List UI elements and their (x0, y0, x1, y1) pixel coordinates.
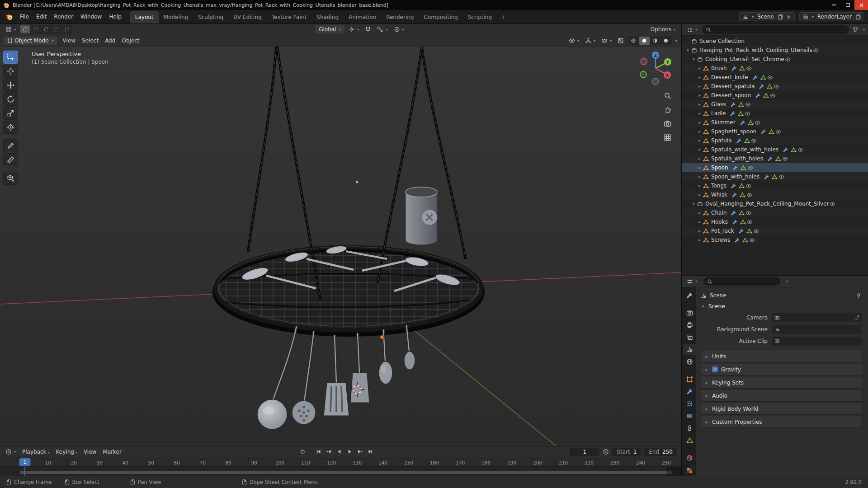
expand-arrow-icon[interactable]: ▸ (697, 120, 703, 125)
workspace-tab-texture-paint[interactable]: Texture Paint (267, 11, 311, 23)
hide-in-viewport-eye-icon[interactable] (746, 66, 752, 71)
expand-arrow-icon[interactable]: ▸ (697, 211, 703, 215)
tool-add-cube-button[interactable] (3, 172, 18, 185)
timeline-menu-view[interactable]: View (80, 448, 99, 456)
select-mode-subtract-button[interactable] (41, 25, 51, 33)
menu-file[interactable]: File (16, 12, 33, 21)
viewport-menu-add[interactable]: Add (102, 37, 118, 45)
outliner-row-spoon-with-holes[interactable]: ▸Spoon_with_holes (682, 172, 868, 181)
properties-tab-output[interactable] (683, 319, 696, 330)
tool-rotate-button[interactable] (3, 93, 18, 106)
select-mode-set-button[interactable] (20, 25, 30, 33)
outliner-row-hanging-pot-rack-with-cooking-utensils[interactable]: ▾Hanging_Pot_Rack_with_Cooking_Utensils (682, 46, 868, 55)
properties-tab-particles[interactable] (683, 399, 696, 409)
timeline-scrollbar[interactable] (20, 471, 672, 474)
tool-measure-button[interactable] (3, 153, 18, 166)
tool-scale-button[interactable] (3, 107, 18, 120)
hide-in-viewport-eye-icon[interactable] (745, 111, 750, 117)
gravity-checkbox[interactable]: ✓ (712, 366, 718, 372)
properties-tab-render[interactable] (683, 307, 696, 318)
camera-view-icon[interactable] (664, 120, 671, 127)
minimize-button[interactable] (827, 0, 841, 10)
expand-arrow-icon[interactable]: ▸ (697, 192, 703, 197)
outliner-row-chain[interactable]: ▸Chain (682, 208, 868, 217)
outliner-row-ladle[interactable]: ▸Ladle (682, 109, 868, 118)
gizmos-dropdown[interactable]: ▾ (583, 37, 597, 45)
expand-arrow-icon[interactable]: ▸ (697, 238, 703, 242)
overlays-dropdown[interactable]: ▾ (599, 37, 613, 45)
outliner-row-glass[interactable]: ▸Glass (682, 100, 868, 109)
jump-to-start-button[interactable] (314, 447, 323, 456)
zoom-icon[interactable] (664, 92, 671, 99)
next-keyframe-button[interactable] (355, 447, 365, 456)
select-mode-extend-button[interactable] (31, 25, 41, 33)
outliner-row-dessert-spatula[interactable]: ▸Dessert_spatula (682, 82, 868, 91)
hide-in-viewport-eye-icon[interactable] (775, 129, 781, 135)
outliner-row-scene-collection[interactable]: Scene Collection (682, 37, 868, 46)
add-workspace-button[interactable]: + (497, 11, 509, 23)
close-button[interactable] (854, 0, 868, 10)
proportional-editing-dropdown[interactable]: ▾ (392, 25, 406, 33)
properties-tab-scene[interactable] (683, 344, 696, 355)
unlink-scene-icon[interactable] (786, 14, 792, 20)
properties-tab-modifiers[interactable] (683, 386, 696, 397)
shading-rendered-button[interactable] (661, 37, 671, 45)
play-button[interactable] (345, 447, 354, 456)
outliner-row-dessert-spoon[interactable]: ▸Dessert_spoon (682, 91, 868, 100)
object-mode-dropdown[interactable]: Object Mode▾ (4, 37, 57, 45)
tool-select-box-button[interactable] (3, 51, 18, 64)
workspace-tab-shading[interactable]: Shading (311, 11, 344, 23)
hide-in-viewport-eye-icon[interactable] (767, 75, 773, 80)
eyedropper-icon[interactable] (854, 315, 859, 320)
hide-in-viewport-eye-icon[interactable] (747, 219, 753, 225)
transform-orientation-dropdown[interactable]: Global▾ (315, 25, 344, 33)
timeline-menu-keying[interactable]: Keying▾ (53, 448, 80, 456)
outliner-row-spatula-wide-with-holes[interactable]: ▸Spatula_wide_with_holes (682, 145, 868, 154)
expand-arrow-icon[interactable]: ▸ (697, 93, 703, 98)
collapse-arrow-icon[interactable]: ▾ (685, 48, 691, 52)
properties-tab-material[interactable] (683, 453, 696, 464)
active-clip-field[interactable] (772, 337, 862, 346)
hide-in-viewport-eye-icon[interactable] (745, 183, 751, 189)
hide-in-viewport-eye-icon[interactable] (749, 237, 755, 243)
filter-dropdown-arrow-icon[interactable]: ▾ (786, 279, 788, 283)
section-rigid-body-world[interactable]: ▸Rigid Body World (701, 403, 862, 414)
collapse-arrow-icon[interactable]: ▾ (691, 202, 697, 206)
properties-tab-physics[interactable] (683, 411, 696, 422)
camera-field[interactable] (772, 313, 862, 322)
shading-solid-button[interactable] (639, 37, 650, 45)
playhead-badge[interactable]: 1 (19, 458, 31, 466)
properties-tab-object-data[interactable] (683, 435, 696, 446)
properties-tab-world[interactable] (683, 356, 696, 367)
outliner-row-spatula[interactable]: ▸Spatula (682, 136, 868, 145)
select-mode-intersect-button[interactable] (62, 25, 72, 33)
playhead-line[interactable] (24, 467, 25, 476)
menu-help[interactable]: Help (105, 12, 125, 21)
section-gravity[interactable]: ▸✓Gravity (701, 364, 862, 375)
hide-in-viewport-eye-icon[interactable] (830, 201, 835, 207)
properties-tab-constraints[interactable] (683, 423, 696, 434)
expand-arrow-icon[interactable]: ▸ (697, 111, 703, 116)
tool-cursor-button[interactable] (3, 65, 18, 78)
maximize-button[interactable] (841, 0, 854, 10)
hide-in-viewport-eye-icon[interactable] (745, 210, 751, 216)
expand-arrow-icon[interactable]: ▸ (697, 165, 703, 170)
options-dropdown[interactable]: Options▾ (649, 25, 677, 33)
expand-arrow-icon[interactable]: ▸ (697, 156, 703, 161)
expand-arrow-icon[interactable]: ▸ (697, 147, 703, 152)
outliner-row-brush[interactable]: ▸Brush (682, 64, 868, 73)
viewport-menu-select[interactable]: Select (79, 37, 102, 45)
hide-in-viewport-eye-icon[interactable] (753, 228, 759, 234)
filter-funnel-icon[interactable] (852, 27, 859, 33)
timeline-menu-playback[interactable]: Playback▾ (19, 448, 53, 456)
scene-panel-header[interactable]: ▾ Scene (701, 301, 862, 312)
outliner-row-screws[interactable]: ▸Screws (682, 235, 868, 244)
hide-in-viewport-eye-icon[interactable] (745, 102, 751, 108)
properties-search-input[interactable] (703, 277, 780, 286)
scene-selector[interactable]: ▾ Scene (739, 12, 795, 21)
jump-to-end-button[interactable] (366, 447, 375, 456)
outliner-row-hooks[interactable]: ▸Hooks (682, 217, 868, 226)
timeline-track-area[interactable] (0, 467, 681, 476)
section-custom-properties[interactable]: ▸Custom Properties (701, 416, 862, 427)
workspace-tab-animation[interactable]: Animation (344, 11, 381, 23)
